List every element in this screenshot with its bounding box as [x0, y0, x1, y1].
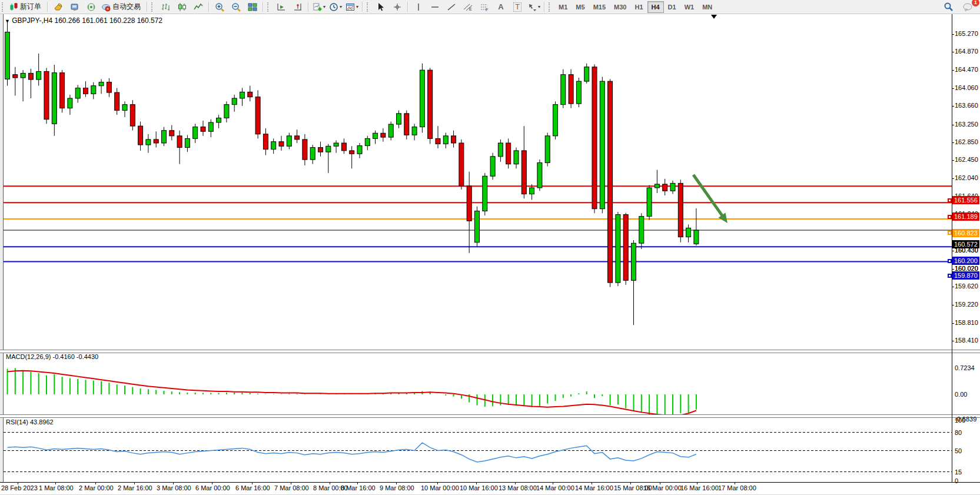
date-axis-label: 8 Mar 16:00: [341, 484, 376, 491]
chart-shift-icon: [293, 2, 303, 12]
line-end-marker[interactable]: [948, 274, 952, 278]
line-end-marker[interactable]: [948, 198, 952, 202]
date-tick-mark: [630, 482, 631, 484]
periods-icon: [329, 2, 338, 12]
date-tick-mark: [330, 482, 330, 484]
candle: [5, 32, 10, 79]
arrows-button[interactable]: ▾: [526, 1, 542, 14]
candle: [357, 146, 362, 154]
cursor-button[interactable]: [373, 1, 389, 14]
date-axis-label: 2 Mar 00:00: [79, 484, 114, 491]
zoom-in-button[interactable]: [211, 1, 228, 14]
level-price-tag: 160.200: [952, 257, 979, 265]
date-axis-label: 10 Mar 16:00: [460, 484, 498, 491]
candle: [248, 92, 253, 97]
trendline-button[interactable]: [443, 1, 460, 14]
new-order-label: 新订单: [19, 2, 44, 12]
macd-signal-line: [8, 371, 696, 414]
line-end-marker[interactable]: [948, 215, 952, 219]
periods-button[interactable]: ▾: [327, 1, 344, 14]
timeframe-button-h1[interactable]: H1: [630, 1, 647, 13]
level-price-tag: 161.556: [952, 196, 979, 204]
candle: [412, 127, 417, 135]
crosshair-button[interactable]: [389, 1, 406, 14]
candle: [569, 75, 573, 104]
price-axis-tick: 159.220: [955, 301, 978, 308]
search-button[interactable]: [940, 1, 956, 14]
line-chart-button[interactable]: [190, 1, 207, 14]
date-tick-mark: [212, 482, 212, 484]
chart-shift-marker[interactable]: [711, 15, 717, 19]
templates-button[interactable]: ▾: [344, 1, 360, 14]
indicators-icon: [313, 2, 322, 12]
candle: [44, 71, 49, 119]
channel-button[interactable]: E: [460, 1, 476, 14]
date-axis-label: 13 Mar 08:00: [499, 484, 537, 491]
new-order-button[interactable]: 新订单: [8, 1, 45, 14]
toolbar-grip[interactable]: [2, 2, 6, 12]
timeframe-button-w1[interactable]: W1: [680, 1, 699, 13]
horizontal-line-icon: [430, 2, 440, 12]
timeframe-button-m1[interactable]: M1: [554, 1, 572, 13]
text-button[interactable]: A: [493, 1, 509, 14]
zoom-out-button[interactable]: [228, 1, 244, 14]
date-tick-mark: [592, 482, 592, 484]
auto-scroll-button[interactable]: [273, 1, 290, 14]
price-chart-canvas[interactable]: [4, 14, 952, 350]
rsi-scale-tick: 80: [955, 429, 962, 436]
candle: [397, 114, 401, 124]
rsi-scale-tick: 0: [955, 477, 958, 484]
macd-canvas[interactable]: [4, 353, 952, 414]
timeframe-button-m15[interactable]: M15: [589, 1, 610, 13]
candle: [13, 75, 18, 78]
candle: [584, 67, 589, 81]
candle: [130, 105, 135, 126]
axis-tick-mark: [952, 125, 954, 125]
market-watch-button[interactable]: [50, 1, 67, 14]
candle: [255, 97, 260, 134]
timeframe-button-m5[interactable]: M5: [572, 1, 589, 13]
timeframe-button-mn[interactable]: MN: [698, 1, 716, 13]
candle: [122, 105, 127, 111]
candle: [36, 71, 41, 79]
zoom-out-icon: [231, 2, 241, 12]
candle: [490, 157, 495, 176]
candle: [68, 98, 72, 108]
candlestick-button[interactable]: [174, 1, 190, 14]
candle: [388, 124, 393, 137]
line-end-marker[interactable]: [948, 231, 952, 235]
rsi-scale-tick: 50: [955, 447, 962, 454]
notifications-button[interactable]: 1: [960, 1, 976, 14]
candle: [576, 81, 581, 104]
timeframe-button-h4[interactable]: H4: [647, 1, 664, 13]
candle: [326, 146, 331, 152]
chart-shift-button[interactable]: [290, 1, 306, 14]
rsi-scale-tick: 100: [955, 417, 965, 424]
price-axis-tick: 159.620: [955, 283, 978, 290]
candle: [443, 136, 448, 144]
vertical-line-button[interactable]: [410, 1, 427, 14]
bar-chart-button[interactable]: [157, 1, 174, 14]
candle: [467, 186, 471, 221]
candle: [670, 183, 675, 191]
rsi-canvas[interactable]: [4, 417, 952, 482]
signal-button[interactable]: [83, 1, 99, 14]
terminal-button[interactable]: [67, 1, 83, 14]
indicators-button[interactable]: ▾: [311, 1, 327, 14]
candle: [365, 138, 370, 145]
label-button[interactable]: T: [509, 1, 526, 14]
axis-tick-mark: [952, 142, 954, 143]
tile-windows-button[interactable]: [244, 1, 261, 14]
chart-window: ▼ GBPJPY-,H4 160.266 161.061 160.228 160…: [0, 14, 980, 495]
timeframe-button-m30[interactable]: M30: [610, 1, 630, 13]
candle: [21, 73, 25, 78]
date-axis-label: 6 Mar 16:00: [235, 484, 270, 491]
autotrade-button[interactable]: 自动交易: [99, 1, 145, 14]
horizontal-line-button[interactable]: [427, 1, 443, 14]
candle: [381, 133, 386, 137]
cursor-icon: [376, 2, 386, 12]
timeframe-button-d1[interactable]: D1: [664, 1, 680, 13]
mt4-application: 新订单 自动交易: [0, 0, 980, 495]
fibonacci-button[interactable]: F: [476, 1, 493, 14]
line-end-marker[interactable]: [948, 259, 952, 263]
